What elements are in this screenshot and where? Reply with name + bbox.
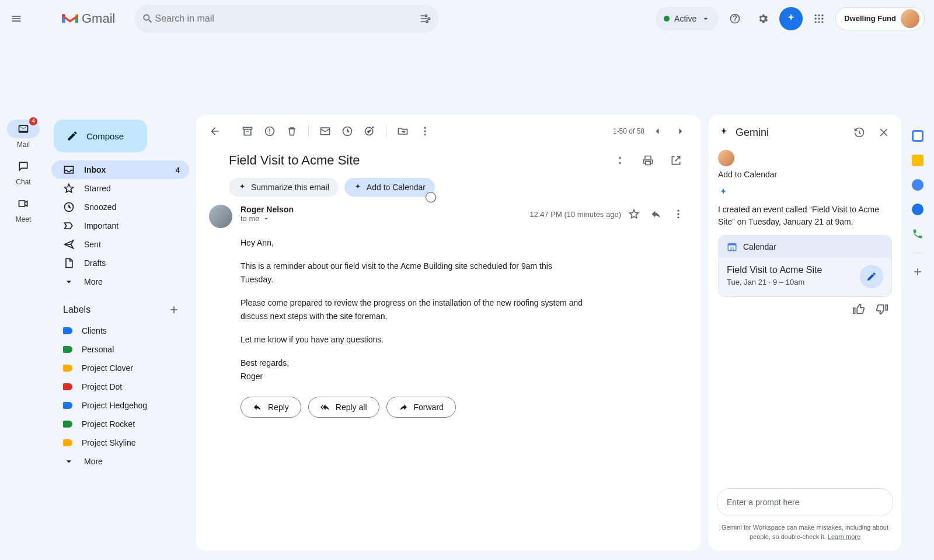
next-page-button[interactable] — [670, 121, 691, 142]
message-reader: 1-50 of 58 Field Visit to Acme Site Summ… — [196, 115, 700, 551]
account-switcher[interactable]: Dwelling Fund — [835, 7, 925, 30]
calendar-app-label: Calendar — [743, 242, 776, 251]
addon-voice[interactable] — [912, 228, 923, 240]
forward-icon — [399, 402, 408, 412]
more-vert-icon — [419, 125, 431, 137]
envelope-icon — [319, 125, 331, 137]
sparkle-icon — [238, 183, 246, 191]
history-button[interactable] — [850, 123, 869, 142]
addon-calendar[interactable] — [912, 130, 923, 142]
add-task-button[interactable] — [359, 121, 380, 142]
compose-label: Compose — [86, 131, 124, 141]
reply-all-pill[interactable]: Reply all — [308, 397, 379, 418]
down-icon — [63, 276, 75, 288]
addon-keep[interactable] — [912, 155, 923, 166]
label-tag-icon — [63, 383, 72, 390]
summarize-chip[interactable]: Summarize this email — [229, 178, 339, 197]
rail-item-chat[interactable]: Chat — [5, 157, 42, 186]
user-avatar-small — [718, 150, 734, 166]
addon-get-addons[interactable] — [912, 266, 923, 278]
thumbs-down-button[interactable] — [876, 303, 888, 316]
thumbs-up-button[interactable] — [852, 303, 865, 316]
label-project-rocket[interactable]: Project Rocket — [51, 415, 189, 433]
apps-button[interactable] — [807, 7, 831, 30]
hamburger-icon — [11, 13, 22, 24]
folder-snoozed[interactable]: Snoozed — [51, 198, 189, 216]
folder-inbox[interactable]: Inbox4 — [51, 160, 189, 179]
tune-icon[interactable] — [420, 13, 431, 24]
folder-important[interactable]: Important — [51, 216, 189, 235]
label-project-clover[interactable]: Project Clover — [51, 359, 189, 377]
label-project-hedgehog[interactable]: Project Hedgehog — [51, 396, 189, 415]
spam-button[interactable] — [259, 121, 280, 142]
trash-icon — [286, 125, 298, 137]
status-chip[interactable]: Active — [656, 7, 719, 30]
label-tag-icon — [63, 439, 72, 446]
add-label-button[interactable] — [166, 302, 182, 318]
chevron-down-icon[interactable] — [262, 215, 270, 223]
labels-header: Labels — [51, 291, 189, 321]
rail-item-mail[interactable]: 4 Mail — [5, 120, 42, 149]
learn-more-link[interactable]: Learn more — [828, 533, 860, 540]
message-toolbar: 1-50 of 58 — [196, 115, 700, 145]
rail-label: Chat — [16, 178, 30, 186]
reply-button[interactable] — [647, 205, 665, 223]
delete-button[interactable] — [281, 121, 302, 142]
rail-item-meet[interactable]: Meet — [5, 194, 42, 223]
search-bar[interactable] — [135, 5, 438, 33]
svg-point-16 — [818, 21, 820, 23]
reply-all-icon — [320, 402, 330, 412]
label-clients[interactable]: Clients — [51, 321, 189, 340]
snooze-button[interactable] — [337, 121, 358, 142]
prev-page-button[interactable] — [647, 121, 668, 142]
label-personal[interactable]: Personal — [51, 340, 189, 359]
more-button[interactable] — [414, 121, 435, 142]
expand-button[interactable] — [608, 149, 632, 172]
close-gemini-button[interactable] — [874, 123, 893, 142]
forward-pill[interactable]: Forward — [386, 397, 456, 418]
main-menu-button[interactable] — [5, 7, 28, 30]
msg-more-button[interactable] — [669, 205, 688, 223]
org-name: Dwelling Fund — [844, 15, 896, 23]
user-prompt: Add to Calendar — [718, 170, 892, 179]
print-button[interactable] — [636, 149, 660, 172]
rail-label: Meet — [16, 215, 32, 223]
gmail-logo[interactable]: Gmail — [62, 11, 115, 26]
addon-contacts[interactable] — [912, 204, 923, 215]
label-more[interactable]: More — [51, 452, 189, 471]
svg-point-15 — [815, 21, 817, 23]
settings-button[interactable] — [751, 7, 775, 30]
svg-point-11 — [821, 15, 823, 16]
chip-label: Add to Calendar — [367, 183, 426, 192]
help-button[interactable] — [723, 7, 747, 30]
archive-button[interactable] — [237, 121, 258, 142]
gemini-prompt-input[interactable]: Enter a prompt here — [717, 488, 893, 516]
label-project-skyline[interactable]: Project Skyline — [51, 433, 189, 452]
edit-event-button[interactable] — [860, 265, 883, 288]
label-project-dot[interactable]: Project Dot — [51, 377, 189, 396]
addon-tasks[interactable] — [912, 179, 923, 191]
mark-unread-button[interactable] — [315, 121, 336, 142]
svg-point-23 — [424, 130, 426, 132]
folder-drafts[interactable]: Drafts — [51, 254, 189, 272]
important-icon — [63, 220, 75, 232]
global-header: Gmail Active Dwelling Fund — [0, 0, 934, 37]
gemini-panel: Gemini Add to Calendar I created an even… — [709, 115, 901, 551]
calendar-card[interactable]: 31 Calendar Field Visit to Acme Site Tue… — [718, 235, 892, 297]
back-button[interactable] — [204, 121, 225, 142]
pencil-icon — [866, 271, 877, 282]
folder-more[interactable]: More — [51, 272, 189, 291]
gemini-button[interactable] — [779, 7, 803, 30]
reply-pill[interactable]: Reply — [241, 397, 301, 418]
folder-sent[interactable]: Sent — [51, 235, 189, 254]
folder-starred[interactable]: Starred — [51, 179, 189, 198]
apps-grid-icon — [813, 13, 825, 24]
star-button[interactable] — [625, 205, 643, 223]
add-calendar-chip[interactable]: Add to Calendar — [344, 178, 435, 197]
plus-icon — [912, 266, 923, 278]
compose-button[interactable]: Compose — [54, 120, 147, 152]
move-button[interactable] — [392, 121, 413, 142]
search-input[interactable] — [154, 13, 420, 24]
open-new-button[interactable] — [664, 149, 688, 172]
inbox-icon — [63, 164, 75, 176]
